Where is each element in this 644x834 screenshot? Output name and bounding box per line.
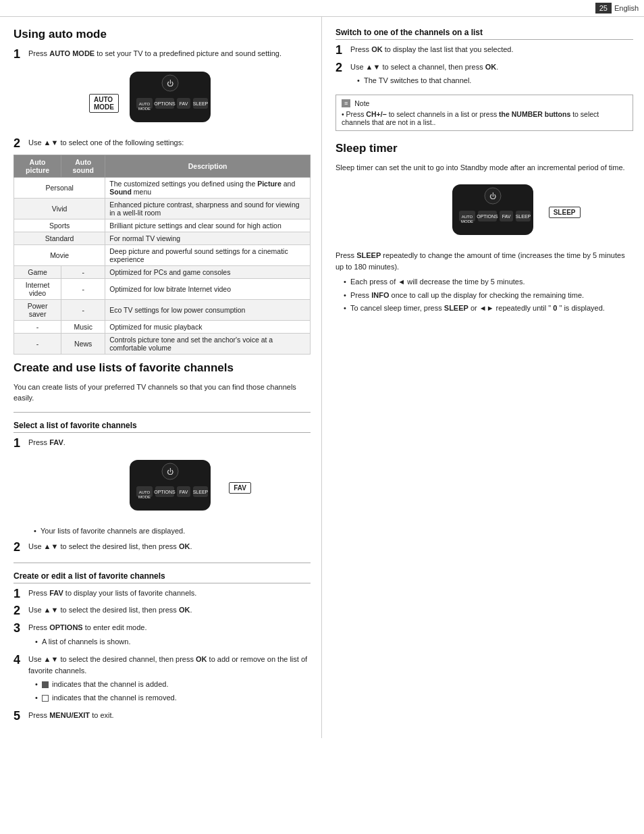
- svg-text:⏻: ⏻: [489, 192, 496, 200]
- table-row: Power saver - Eco TV settings for low po…: [14, 299, 311, 320]
- table-cell-standard: Standard: [14, 232, 105, 244]
- table-cell-game-snd: -: [61, 265, 105, 278]
- table-cell-sports-desc: Brilliant picture settings and clear sou…: [105, 219, 311, 232]
- section-divider2: [14, 563, 311, 563]
- step-num-c1: 1: [14, 588, 28, 601]
- table-cell-news-desc: Controls picture tone and set the anchor…: [105, 333, 311, 354]
- sleep-bullets: Each press of ◄ will decrease the time b…: [344, 276, 633, 314]
- step-num-sw2: 2: [336, 61, 350, 75]
- fav-bullets: Your lists of favorite channels are disp…: [34, 525, 311, 537]
- table-row: Movie Deep picture and powerful sound se…: [14, 244, 311, 265]
- svg-text:OPTIONS: OPTIONS: [477, 214, 498, 219]
- switch-step2-text: Use ▲▼ to select a channel, then press O…: [350, 63, 498, 71]
- table-cell-personal-desc: The customized settings you defined usin…: [105, 177, 311, 198]
- table-cell-intvideo-snd: -: [61, 278, 105, 299]
- auto-mode-table: Auto picture Auto sound Description Pers…: [14, 155, 311, 355]
- table-cell-vivid: Vivid: [14, 198, 105, 219]
- create-fav-step3-text: Press OPTIONS to enter edit mode.: [28, 623, 146, 631]
- table-cell-sports: Sports: [14, 219, 105, 232]
- create-fav-step5-text: Press MENU/EXIT to exit.: [28, 710, 311, 721]
- table-cell-music-pic: -: [14, 320, 61, 333]
- table-row: Standard For normal TV viewing: [14, 232, 311, 244]
- auto-mode-step2-text: Use ▲▼ to select one of the following se…: [28, 137, 311, 149]
- switch-step2: 2 Use ▲▼ to select a channel, then press…: [336, 61, 633, 89]
- svg-text:FAV: FAV: [180, 101, 188, 106]
- table-cell-music-snd: Music: [61, 320, 105, 333]
- table-row: - Music Optimized for music playback: [14, 320, 311, 333]
- svg-text:OPTIONS: OPTIONS: [154, 490, 176, 494]
- table-row: - News Controls picture tone and set the…: [14, 333, 311, 354]
- svg-text:AUTO: AUTO: [139, 490, 151, 494]
- table-cell-standard-desc: For normal TV viewing: [105, 232, 311, 244]
- switch-sub: The TV switches to that channel.: [357, 75, 498, 86]
- auto-mode-label: AUTOMODE: [89, 94, 119, 113]
- auto-mode-step1: 1 Press AUTO MODE to set your TV to a pr…: [14, 48, 311, 61]
- table-cell-vivid-desc: Enhanced picture contrast, sharpness and…: [105, 198, 311, 219]
- svg-text:AUTO: AUTO: [461, 215, 473, 219]
- table-cell-music-desc: Optimized for music playback: [105, 320, 311, 333]
- sleep-bullet1: Each press of ◄ will decrease the time b…: [344, 276, 633, 288]
- create-fav-step4-text: Use ▲▼ to select the desired channel, th…: [28, 655, 307, 675]
- step-num-c5: 5: [14, 710, 28, 723]
- table-cell-powersaver-pic: Power saver: [14, 299, 61, 320]
- switch-sub-item: The TV switches to that channel.: [357, 75, 498, 86]
- step-num-sw1: 1: [336, 44, 350, 57]
- note-box: ≡ Note • Press CH+/− to select channels …: [336, 95, 633, 131]
- step-num-2: 2: [14, 137, 28, 151]
- select-fav-title: Select a list of favorite channels: [14, 421, 311, 433]
- step-num-s1: 1: [14, 437, 28, 450]
- table-cell-intvideo-desc: Optimized for low bitrate Internet video: [105, 278, 311, 299]
- switch-step1: 1 Press OK to display the last list that…: [336, 44, 633, 57]
- svg-text:MODE: MODE: [138, 107, 151, 111]
- remote-svg: ⏻ AUTO MODE OPTIONS FAV SLEEP: [109, 68, 231, 129]
- fav-remote-image: ⏻ AUTO MODE OPTIONS FAV SLEEP FAV: [30, 457, 311, 519]
- checkbox-empty-icon: [42, 695, 49, 702]
- select-fav-step1-text: Press FAV.: [28, 437, 311, 448]
- fav-remote-svg: ⏻ AUTO MODE OPTIONS FAV SLEEP: [109, 457, 231, 517]
- sleep-remote-image: ⏻ AUTO MODE OPTIONS FAV SLEEP SLEEP: [352, 181, 633, 243]
- note-label: Note: [354, 99, 369, 107]
- svg-text:FAV: FAV: [180, 490, 188, 494]
- switch-step1-text: Press OK to display the last list that y…: [350, 44, 633, 55]
- table-cell-news-pic: -: [14, 333, 61, 354]
- table-row: Vivid Enhanced picture contrast, sharpne…: [14, 198, 311, 219]
- table-header-autopic: Auto picture: [14, 155, 61, 177]
- note-text: • Press CH+/− to select channels in a li…: [342, 110, 599, 126]
- switch-section-title: Switch to one of the channels on a list: [336, 28, 633, 40]
- sleep-press-text: Press SLEEP repeatedly to change the amo…: [336, 250, 633, 272]
- note-icon: ≡: [342, 99, 350, 107]
- table-header-desc: Description: [105, 155, 311, 177]
- fav-bullet1: Your lists of favorite channels are disp…: [34, 525, 311, 537]
- svg-text:SLEEP: SLEEP: [193, 490, 209, 494]
- sleep-remote-svg: ⏻ AUTO MODE OPTIONS FAV SLEEP: [432, 181, 554, 242]
- table-cell-intvideo-pic: Internet video: [14, 278, 61, 299]
- create-fav-step2-text: Use ▲▼ to select the desired list, then …: [28, 604, 311, 616]
- table-cell-game-pic: Game: [14, 265, 61, 278]
- page-language: English: [614, 4, 639, 12]
- step-num-c3: 3: [14, 622, 28, 635]
- step-num-s2: 2: [14, 541, 28, 554]
- fav-intro: You can create lists of your preferred T…: [14, 382, 311, 404]
- table-cell-news-snd: News: [61, 333, 105, 354]
- svg-text:SLEEP: SLEEP: [193, 101, 209, 106]
- step-num-1: 1: [14, 48, 28, 61]
- page-header: 25 English: [0, 0, 644, 17]
- auto-mode-step2: 2 Use ▲▼ to select one of the following …: [14, 137, 311, 151]
- table-cell-game-desc: Optimized for PCs and game consoles: [105, 265, 311, 278]
- page-number: 25: [595, 3, 612, 14]
- create-fav-step4: 4 Use ▲▼ to select the desired channel, …: [14, 654, 311, 706]
- svg-text:⏻: ⏻: [167, 80, 173, 87]
- step-num-c4: 4: [14, 654, 28, 667]
- step4-sub: indicates that the channel is added. ind…: [35, 679, 311, 703]
- table-cell-movie-desc: Deep picture and powerful sound settings…: [105, 244, 311, 265]
- auto-mode-step1-text: Press AUTO MODE to set your TV to a pred…: [28, 48, 311, 59]
- step4-empty: indicates that the channel is removed.: [35, 692, 311, 704]
- table-cell-personal: Personal: [14, 177, 105, 198]
- sleep-label-bubble: SLEEP: [549, 207, 581, 218]
- select-fav-step2: 2 Use ▲▼ to select the desired list, the…: [14, 541, 311, 554]
- table-cell-movie: Movie: [14, 244, 105, 265]
- fav-label-bubble: FAV: [229, 482, 251, 494]
- table-row: Personal The customized settings you def…: [14, 177, 311, 198]
- create-fav-step1-text: Press FAV to display your lists of favor…: [28, 588, 311, 599]
- table-row: Sports Brilliant picture settings and cl…: [14, 219, 311, 232]
